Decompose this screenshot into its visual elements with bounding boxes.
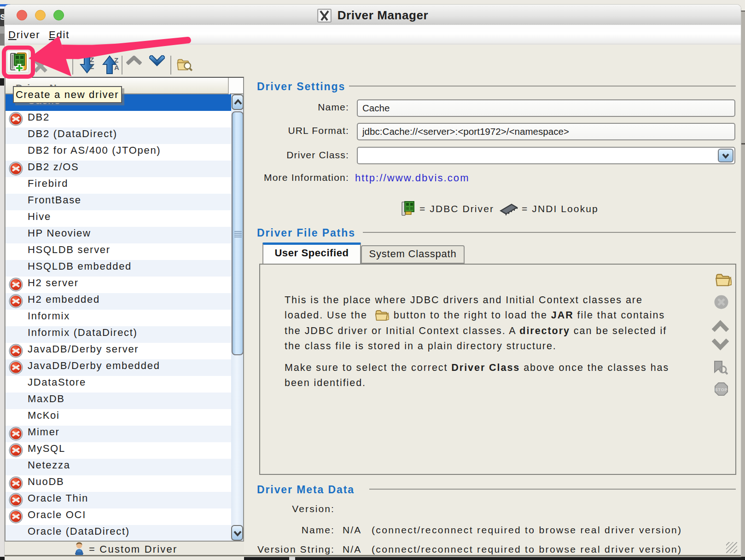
svg-text:STOP: STOP [715,387,728,392]
